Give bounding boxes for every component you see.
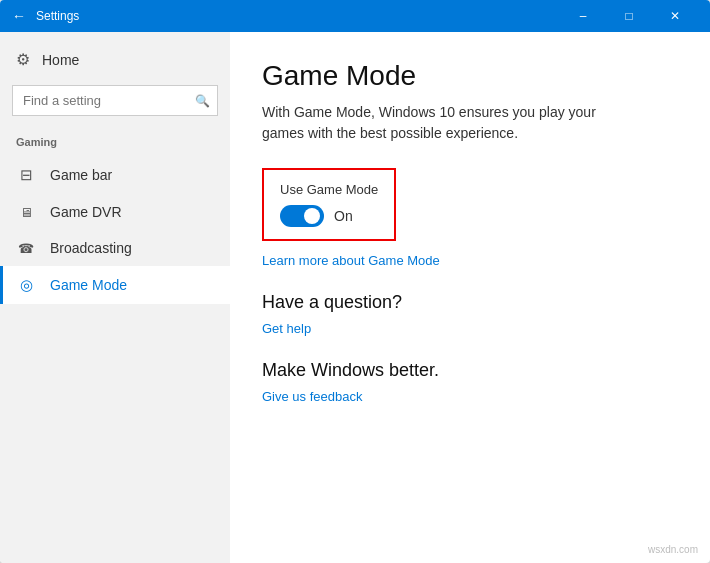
search-icon: 🔍: [195, 94, 210, 108]
minimize-button[interactable]: –: [560, 0, 606, 32]
title-bar: ← Settings – □ ✕: [0, 0, 710, 32]
sidebar-item-broadcasting[interactable]: ☎ Broadcasting: [0, 230, 230, 266]
make-windows-heading: Make Windows better.: [262, 360, 678, 381]
game-mode-label: Game Mode: [50, 277, 127, 293]
learn-more-link[interactable]: Learn more about Game Mode: [262, 253, 678, 268]
watermark: wsxdn.com: [648, 544, 698, 555]
search-input[interactable]: [12, 85, 218, 116]
toggle-state: On: [334, 208, 353, 224]
game-mode-toggle[interactable]: [280, 205, 324, 227]
give-feedback-link[interactable]: Give us feedback: [262, 389, 678, 404]
window-title: Settings: [36, 9, 560, 23]
game-dvr-icon: 🖥: [16, 205, 36, 220]
window-controls: – □ ✕: [560, 0, 698, 32]
game-mode-icon: ◎: [16, 276, 36, 294]
main-panel: Game Mode With Game Mode, Windows 10 ens…: [230, 32, 710, 563]
page-description: With Game Mode, Windows 10 ensures you p…: [262, 102, 622, 144]
toggle-label: Use Game Mode: [280, 182, 378, 197]
sidebar-item-game-mode[interactable]: ◎ Game Mode: [0, 266, 230, 304]
toggle-row: On: [280, 205, 378, 227]
get-help-link[interactable]: Get help: [262, 321, 678, 336]
sidebar: ⚙ Home 🔍 Gaming ⊟ Game bar 🖥 Game DVR ☎ …: [0, 32, 230, 563]
game-dvr-label: Game DVR: [50, 204, 122, 220]
game-bar-icon: ⊟: [16, 166, 36, 184]
broadcasting-label: Broadcasting: [50, 240, 132, 256]
home-label: Home: [42, 52, 79, 68]
game-bar-label: Game bar: [50, 167, 112, 183]
gaming-section-label: Gaming: [0, 132, 230, 156]
page-title: Game Mode: [262, 60, 678, 92]
content-area: ⚙ Home 🔍 Gaming ⊟ Game bar 🖥 Game DVR ☎ …: [0, 32, 710, 563]
question-heading: Have a question?: [262, 292, 678, 313]
close-button[interactable]: ✕: [652, 0, 698, 32]
maximize-button[interactable]: □: [606, 0, 652, 32]
game-mode-toggle-section: Use Game Mode On: [262, 168, 396, 241]
home-icon: ⚙: [16, 50, 30, 69]
sidebar-item-home[interactable]: ⚙ Home: [0, 40, 230, 79]
broadcasting-icon: ☎: [16, 241, 36, 256]
back-button[interactable]: ←: [12, 8, 26, 24]
search-box: 🔍: [12, 85, 218, 116]
sidebar-item-game-dvr[interactable]: 🖥 Game DVR: [0, 194, 230, 230]
sidebar-item-game-bar[interactable]: ⊟ Game bar: [0, 156, 230, 194]
settings-window: ← Settings – □ ✕ ⚙ Home 🔍 Gaming ⊟ Game …: [0, 0, 710, 563]
